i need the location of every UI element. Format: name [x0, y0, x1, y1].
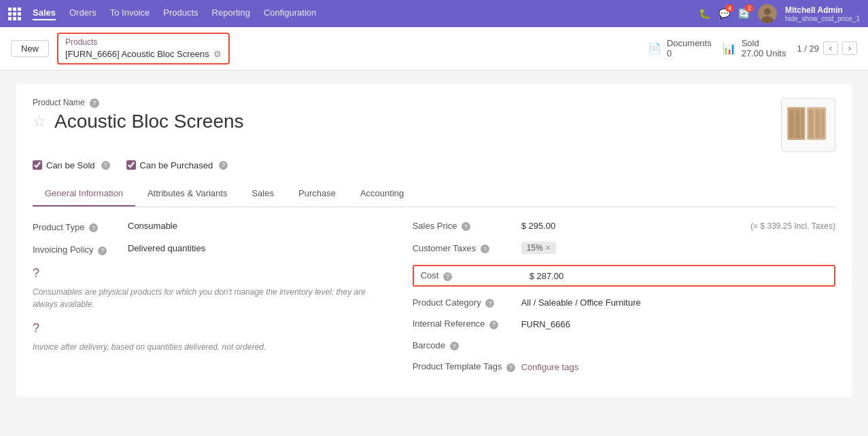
svg-rect-6	[801, 109, 804, 138]
product-name-help[interactable]: ?	[90, 98, 99, 108]
can-be-purchased-label: Can be Purchased	[140, 160, 213, 170]
product-category-value: All / Saleable / Office Furniture	[521, 297, 835, 308]
product-type-value: Consumable	[128, 221, 177, 231]
chat-icon[interactable]: 💬 4	[718, 8, 730, 19]
cost-value: $ 287.00	[530, 271, 564, 281]
product-title: Acoustic Bloc Screens	[54, 111, 244, 132]
activities-icon[interactable]: 🔄 2	[738, 8, 750, 19]
tab-accounting[interactable]: Accounting	[348, 181, 416, 206]
can-be-purchased-checkbox[interactable]: Can be Purchased ?	[126, 160, 228, 170]
menu-products[interactable]: Products	[163, 7, 198, 20]
svg-rect-9	[816, 109, 820, 138]
main-content: Product Name ? ☆ Acoustic Bloc Screens	[0, 71, 868, 436]
sales-price-row: Sales Price ? $ 295.00 (= $ 339.25 Incl.…	[413, 221, 835, 232]
tab-attributes-variants[interactable]: Attributes & Variants	[135, 181, 240, 206]
customer-taxes-label: Customer Taxes ?	[413, 243, 521, 254]
svg-rect-10	[821, 109, 824, 138]
invoicing-policy-help[interactable]: ?	[98, 247, 107, 255]
remove-tax-button[interactable]: ×	[546, 243, 551, 253]
user-avatar[interactable]	[758, 4, 777, 23]
breadcrumb-parent[interactable]: Products	[65, 37, 222, 48]
barcode-help[interactable]: ?	[450, 342, 459, 350]
svg-rect-5	[795, 109, 800, 138]
help-question-1[interactable]: ?	[33, 266, 385, 280]
barcode-label: Barcode ?	[413, 340, 521, 351]
sales-price-label: Sales Price ?	[413, 221, 521, 232]
sales-price-incl: (= $ 339.25 Incl. Taxes)	[750, 221, 835, 231]
sold-stat[interactable]: 📊 Sold 27.00 Units	[723, 38, 786, 58]
bug-icon[interactable]: 🐛	[699, 8, 710, 19]
invoicing-policy-value: Delivered quantities	[128, 243, 205, 253]
prev-page-button[interactable]: ‹	[823, 41, 838, 55]
invoicing-policy-label: Invoicing Policy ?	[33, 243, 128, 255]
svg-rect-8	[809, 109, 814, 138]
internal-reference-row: Internal Reference ? FURN_6666	[413, 319, 835, 329]
can-be-sold-help[interactable]: ?	[101, 161, 110, 170]
internal-reference-label: Internal Reference ?	[413, 319, 521, 329]
menu-reporting[interactable]: Reporting	[212, 7, 250, 20]
app-grid-icon[interactable]	[8, 7, 22, 20]
menu-orders[interactable]: Orders	[69, 7, 97, 20]
documents-count: 0	[667, 48, 712, 58]
product-tags-help[interactable]: ?	[506, 363, 515, 372]
product-type-help[interactable]: ?	[89, 223, 98, 232]
main-menu: Sales Orders To Invoice Products Reporti…	[33, 7, 699, 20]
next-page-button[interactable]: ›	[842, 41, 857, 55]
can-be-sold-label: Can be Sold	[46, 160, 95, 170]
help-question-2[interactable]: ?	[33, 321, 385, 335]
product-type-row: Product Type ? Consumable	[33, 221, 385, 233]
can-be-sold-checkbox[interactable]: Can be Sold ?	[33, 160, 110, 170]
product-type-label: Product Type ?	[33, 221, 128, 233]
breadcrumb-current: [FURN_6666] Acoustic Bloc Screens	[65, 48, 209, 60]
barcode-row: Barcode ?	[413, 340, 835, 351]
can-be-sold-input[interactable]	[33, 160, 42, 170]
tab-general-information[interactable]: General Information	[33, 181, 135, 206]
product-name-label: Product Name ?	[33, 98, 781, 108]
product-form: Product Name ? ☆ Acoustic Bloc Screens	[16, 84, 852, 397]
product-checkboxes: Can be Sold ? Can be Purchased ?	[33, 160, 835, 170]
can-be-purchased-input[interactable]	[126, 160, 136, 170]
help-text-1: Consumables are physical products for wh…	[33, 286, 385, 310]
documents-stat[interactable]: 📄 Documents 0	[648, 38, 712, 58]
menu-sales[interactable]: Sales	[33, 7, 56, 20]
user-info: Mitchell Admin hide_show_cost_price_1	[785, 5, 860, 22]
customer-taxes-help[interactable]: ?	[481, 244, 489, 253]
right-column: Sales Price ? $ 295.00 (= $ 339.25 Incl.…	[413, 221, 835, 383]
customer-taxes-value: 15% ×	[521, 242, 835, 254]
sold-label: Sold	[742, 38, 786, 48]
menu-configuration[interactable]: Configuration	[264, 7, 316, 20]
sales-price-help[interactable]: ?	[462, 222, 470, 231]
customer-taxes-row: Customer Taxes ? 15% ×	[413, 242, 835, 254]
internal-reference-value: FURN_6666	[521, 319, 835, 329]
can-be-purchased-help[interactable]: ?	[219, 161, 228, 170]
document-icon: 📄	[648, 42, 661, 55]
product-header: Product Name ? ☆ Acoustic Bloc Screens	[33, 98, 835, 170]
invoicing-policy-row: Invoicing Policy ? Delivered quantities	[33, 243, 385, 255]
product-tags-label: Product Template Tags ?	[413, 361, 521, 372]
new-button[interactable]: New	[11, 40, 49, 57]
top-navigation: Sales Orders To Invoice Products Reporti…	[0, 0, 868, 27]
cost-help[interactable]: ?	[443, 272, 452, 281]
product-tabs: General Information Attributes & Variant…	[33, 181, 835, 207]
product-image[interactable]	[781, 98, 835, 152]
cost-row: Cost ? $ 287.00	[413, 265, 835, 287]
configure-tags-link[interactable]: Configure tags	[521, 362, 579, 372]
sold-value: 27.00 Units	[742, 48, 786, 58]
pagination-text: 1 / 29	[797, 43, 819, 54]
favorite-star-icon[interactable]: ☆	[33, 113, 46, 130]
menu-to-invoice[interactable]: To Invoice	[110, 7, 150, 20]
product-category-help[interactable]: ?	[485, 299, 494, 308]
user-sub: hide_show_cost_price_1	[785, 15, 860, 22]
internal-reference-help[interactable]: ?	[489, 321, 498, 329]
tab-sales[interactable]: Sales	[239, 181, 286, 206]
tab-purchase[interactable]: Purchase	[286, 181, 348, 206]
help-text-2: Invoice after delivery, based on quantit…	[33, 341, 385, 353]
subheader: New Products [FURN_6666] Acoustic Bloc S…	[0, 27, 868, 71]
chart-icon: 📊	[723, 42, 736, 55]
pagination: 1 / 29 ‹ ›	[797, 41, 857, 55]
settings-icon[interactable]: ⚙	[213, 48, 222, 60]
breadcrumb: Products [FURN_6666] Acoustic Bloc Scree…	[57, 33, 230, 65]
sales-price-value: $ 295.00	[521, 221, 740, 231]
svg-point-1	[764, 8, 771, 15]
topnav-actions: 🐛 💬 4 🔄 2 Mitchell Admin hide_show_cost_…	[699, 4, 860, 23]
